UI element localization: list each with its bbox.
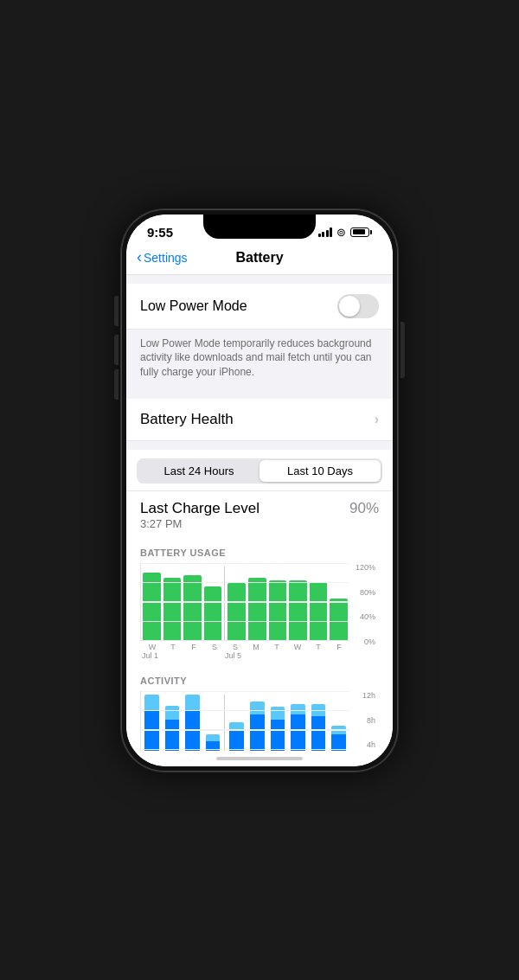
charge-time: 3:27 PM bbox=[140, 517, 260, 530]
battery-date-row: Jul 1Jul 5 bbox=[140, 651, 349, 660]
low-power-mode-label: Low Power Mode bbox=[140, 298, 247, 314]
battery-y-label: 40% bbox=[360, 612, 375, 621]
spacer-3 bbox=[126, 441, 393, 450]
activity-blue-bar bbox=[250, 714, 264, 750]
battery-y-labels: 120%80%40%0% bbox=[349, 563, 379, 660]
activity-cyan-bar bbox=[165, 706, 179, 719]
battery-x-label: T bbox=[308, 643, 329, 651]
segment-10d[interactable]: Last 10 Days bbox=[260, 460, 381, 482]
battery-chart bbox=[140, 563, 349, 641]
battery-bar bbox=[289, 580, 307, 640]
battery-bar bbox=[248, 578, 266, 640]
low-power-mode-card: Low Power Mode bbox=[126, 284, 393, 330]
battery-bar bbox=[227, 583, 246, 640]
activity-cyan-bar bbox=[271, 707, 285, 719]
battery-bar bbox=[163, 578, 182, 640]
activity-blue-bar bbox=[291, 714, 304, 750]
activity-y-labels: 12h8h4h0h bbox=[349, 691, 379, 751]
activity-blue-bar bbox=[271, 720, 285, 751]
battery-bar bbox=[330, 599, 348, 640]
screen: 9:55 ⊚ ‹ S bbox=[126, 215, 393, 766]
activity-section: ACTIVITY WTFSSMTWTF Jul 1Jul 5 12h8h4h0h bbox=[126, 667, 393, 751]
activity-bar-group bbox=[269, 695, 287, 751]
chart-divider bbox=[224, 567, 225, 640]
back-label: Settings bbox=[144, 251, 188, 265]
activity-chart-wrap: WTFSSMTWTF Jul 1Jul 5 bbox=[140, 691, 349, 751]
battery-icon bbox=[350, 227, 372, 237]
activity-cyan-bar bbox=[311, 704, 325, 716]
battery-x-label: W bbox=[287, 643, 308, 651]
activity-chart bbox=[140, 691, 349, 751]
activity-y-label: 12h bbox=[362, 691, 375, 700]
battery-y-label: 80% bbox=[360, 588, 375, 597]
activity-cyan-bar bbox=[229, 722, 243, 731]
activity-bar-group bbox=[204, 695, 222, 751]
segment-container: Last 24 Hours Last 10 Days bbox=[126, 450, 393, 490]
home-indicator bbox=[126, 751, 393, 766]
battery-x-label: T bbox=[163, 643, 183, 651]
charge-row: Last Charge Level 3:27 PM 90% bbox=[126, 490, 393, 539]
activity-bar-group bbox=[143, 695, 161, 751]
battery-health-card: Battery Health › bbox=[126, 399, 393, 441]
battery-date2: Jul 5 bbox=[225, 651, 349, 660]
wifi-icon: ⊚ bbox=[336, 226, 346, 239]
activity-y-label: 8h bbox=[367, 716, 375, 725]
battery-y-label: 0% bbox=[364, 637, 375, 646]
activity-bar-group bbox=[163, 695, 182, 751]
signal-icon bbox=[318, 227, 333, 237]
battery-x-label: S bbox=[204, 643, 225, 651]
battery-bar bbox=[269, 580, 287, 640]
battery-usage-chart-area: WTFSSMTWTF Jul 1Jul 5 120%80%40%0% bbox=[140, 563, 379, 660]
battery-date1: Jul 1 bbox=[142, 651, 225, 660]
status-icons: ⊚ bbox=[318, 226, 373, 239]
activity-bar-group bbox=[227, 695, 246, 751]
activity-bar-group bbox=[310, 695, 328, 751]
battery-x-labels: WTFSSMTWTF bbox=[140, 643, 349, 651]
back-button[interactable]: ‹ Settings bbox=[137, 250, 188, 265]
battery-health-row[interactable]: Battery Health › bbox=[126, 399, 393, 441]
page-title: Battery bbox=[235, 250, 283, 266]
activity-cyan-bar bbox=[144, 695, 158, 711]
activity-blue-bar bbox=[311, 716, 325, 750]
activity-bar-group bbox=[248, 695, 266, 751]
activity-blue-bar bbox=[165, 720, 179, 751]
battery-y-label: 120% bbox=[356, 563, 375, 572]
activity-cyan-bar bbox=[185, 695, 199, 710]
segment-control: Last 24 Hours Last 10 Days bbox=[137, 458, 382, 484]
status-time: 9:55 bbox=[147, 225, 173, 240]
battery-x-label: W bbox=[142, 643, 163, 651]
battery-x-label: M bbox=[246, 643, 266, 651]
chart-divider bbox=[224, 695, 225, 751]
activity-blue-bar bbox=[229, 731, 243, 751]
battery-x-label: T bbox=[266, 643, 287, 651]
chevron-right-icon: › bbox=[375, 412, 379, 427]
chevron-left-icon: ‹ bbox=[137, 249, 142, 265]
segment-24h[interactable]: Last 24 Hours bbox=[138, 460, 260, 482]
spacer-top bbox=[126, 275, 393, 284]
battery-x-label: F bbox=[183, 643, 204, 651]
battery-x-label: F bbox=[329, 643, 349, 651]
low-power-description: Low Power Mode temporarily reduces backg… bbox=[126, 330, 393, 390]
home-bar bbox=[216, 757, 303, 760]
battery-bar bbox=[143, 573, 161, 639]
charge-percent: 90% bbox=[349, 500, 379, 517]
activity-blue-bar bbox=[144, 711, 158, 751]
activity-cyan-bar bbox=[331, 726, 345, 734]
low-power-mode-toggle[interactable] bbox=[337, 294, 379, 318]
battery-x-label: S bbox=[225, 643, 246, 651]
activity-chart-area: WTFSSMTWTF Jul 1Jul 5 12h8h4h0h bbox=[140, 691, 379, 751]
activity-cyan-bar bbox=[206, 734, 220, 741]
charge-info: Last Charge Level 3:27 PM bbox=[140, 500, 260, 530]
phone-frame: 9:55 ⊚ ‹ S bbox=[121, 209, 398, 772]
battery-chart-wrap: WTFSSMTWTF Jul 1Jul 5 bbox=[140, 563, 349, 660]
activity-blue-bar bbox=[206, 741, 220, 750]
activity-bar-group bbox=[330, 695, 348, 751]
spacer-2 bbox=[126, 390, 393, 399]
low-power-mode-row: Low Power Mode bbox=[126, 284, 393, 330]
activity-y-label: 4h bbox=[367, 740, 375, 749]
battery-bar bbox=[310, 582, 328, 640]
activity-cyan-bar bbox=[291, 704, 304, 714]
scroll-content[interactable]: Low Power Mode Low Power Mode temporaril… bbox=[126, 275, 393, 751]
activity-label: ACTIVITY bbox=[140, 676, 379, 686]
battery-bar bbox=[204, 586, 222, 640]
